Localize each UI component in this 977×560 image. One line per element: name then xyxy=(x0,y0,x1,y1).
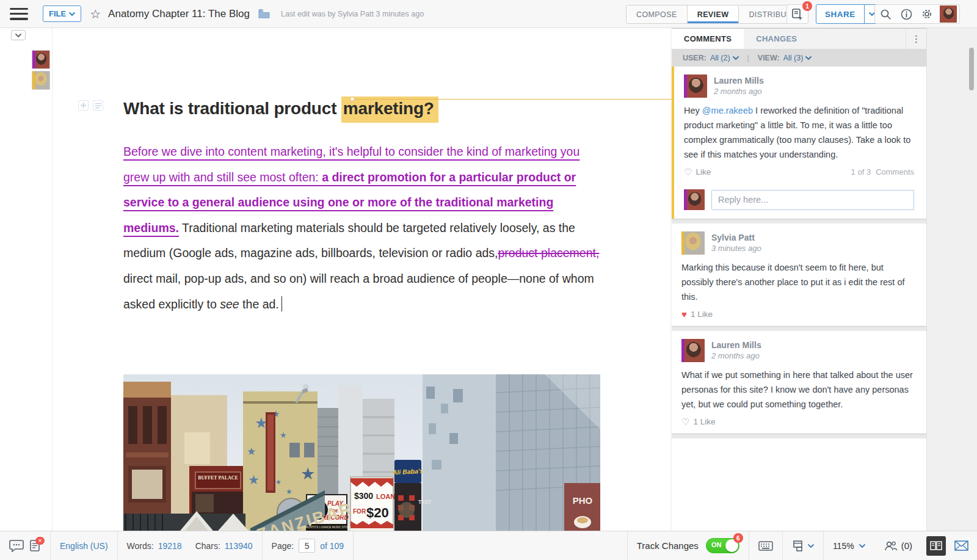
user-avatar[interactable] xyxy=(940,5,957,23)
page-total: of 109 xyxy=(320,541,344,551)
spellcheck-button[interactable]: ✕ xyxy=(30,539,41,552)
svg-text:★: ★ xyxy=(280,431,287,440)
file-menu-button[interactable]: FILE xyxy=(43,5,81,22)
view-filter-dropdown[interactable]: All (3) xyxy=(783,54,812,62)
sidebar-collapse-button[interactable] xyxy=(11,30,26,40)
file-menu-label: FILE xyxy=(49,9,66,18)
chat-button[interactable] xyxy=(9,540,24,552)
user-filter-label: USER: xyxy=(683,54,706,62)
tab-review[interactable]: REVIEW xyxy=(688,5,739,23)
zoom-level[interactable]: 115% xyxy=(833,541,854,551)
sign-pho: PHO xyxy=(573,495,593,506)
avatar-current-user xyxy=(684,189,705,210)
chevron-down-icon xyxy=(69,12,75,16)
chevron-down-icon[interactable] xyxy=(808,544,814,548)
document-page[interactable]: What is traditional product marketing? B… xyxy=(52,28,672,531)
info-icon xyxy=(901,9,912,20)
inline-image-street-scene[interactable]: BUFFET PALACE ★ ★ ★ ★ ★ ★ ★ ★ ★ ★ xyxy=(123,374,600,531)
collaborator-thumb-lauren[interactable] xyxy=(32,50,50,69)
collaborators-button[interactable] xyxy=(884,540,898,551)
body-text: the ad. xyxy=(239,297,279,311)
feedback-button[interactable] xyxy=(954,540,968,551)
collaborators-segment: (0) xyxy=(874,531,921,560)
people-icon xyxy=(884,540,898,551)
track-changes-toggle[interactable]: ON 6 xyxy=(706,538,739,553)
feedback-segment xyxy=(951,531,977,560)
comment-card-2[interactable]: Sylvia Patt 3 minutes ago Marking this b… xyxy=(672,224,926,326)
comment-timestamp: 2 months ago xyxy=(711,351,761,360)
comment-list: Lauren Mills 2 months ago Hey @me.rakeeb… xyxy=(672,67,926,531)
keyboard-segment xyxy=(749,531,782,560)
hamburger-menu-icon[interactable] xyxy=(10,8,28,20)
comment-author: Sylvia Patt xyxy=(711,231,761,242)
comment-body: What if we put something in here that ta… xyxy=(681,368,914,412)
sign-20: $20 xyxy=(366,505,389,520)
reply-row xyxy=(674,183,926,219)
comment-anchor-dot xyxy=(350,96,355,101)
tab-compose[interactable]: COMPOSE xyxy=(627,5,688,23)
scrollbar-thumb[interactable] xyxy=(969,48,974,90)
street-scene-graphic: BUFFET PALACE ★ ★ ★ ★ ★ ★ ★ ★ ★ ★ xyxy=(123,374,600,531)
heading-highlighted-text[interactable]: marketing? xyxy=(341,96,438,123)
heart-outline-icon: ♡ xyxy=(681,417,689,426)
language-segment: English (US) xyxy=(51,531,118,560)
avatar-lauren-mills xyxy=(684,75,707,98)
chevron-down-icon[interactable] xyxy=(859,544,865,548)
keyboard-shortcuts-button[interactable] xyxy=(758,541,773,551)
settings-button[interactable] xyxy=(919,6,935,22)
svg-text:★: ★ xyxy=(247,446,256,457)
add-element-button[interactable] xyxy=(78,100,89,111)
language-selector[interactable]: English (US) xyxy=(60,541,108,551)
page-layout-button[interactable] xyxy=(792,540,804,552)
topbar: FILE ☆ Anatomy Chapter 11: The Blog Last… xyxy=(0,0,977,28)
paragraph-options-button[interactable] xyxy=(93,100,103,111)
utility-icons xyxy=(874,4,960,24)
comment-text: Hey xyxy=(684,106,702,115)
favorite-star-icon[interactable]: ☆ xyxy=(90,8,101,20)
tab-changes[interactable]: CHANGES xyxy=(744,29,809,49)
comment-body: Marking this because it doesn't seem to … xyxy=(681,260,914,304)
spellcheck-error-badge: ✕ xyxy=(35,537,45,545)
collaborator-thumb-sylvia[interactable] xyxy=(32,71,50,90)
comment-anchor-connector xyxy=(352,99,672,100)
comment-timestamp: 3 minutes ago xyxy=(711,244,761,253)
svg-text:★: ★ xyxy=(300,465,315,483)
share-button-group: SHARE xyxy=(816,4,881,24)
review-notifications-button[interactable]: 1 xyxy=(786,4,808,24)
search-icon xyxy=(880,9,892,20)
search-button[interactable] xyxy=(877,6,893,22)
info-button[interactable] xyxy=(898,6,914,22)
document-title: Anatomy Chapter 11: The Blog xyxy=(108,8,250,20)
like-button[interactable]: ♡ 1 Like xyxy=(681,417,715,426)
zoom-segment: 115% xyxy=(823,531,874,560)
panel-gutter xyxy=(926,28,977,531)
sign-loan: LOAN xyxy=(376,493,395,500)
comment-card-1[interactable]: Lauren Mills 2 months ago Hey @me.rakeeb… xyxy=(674,67,926,183)
track-changes-label: Track Changes xyxy=(637,540,699,551)
user-filter-dropdown[interactable]: All (2) xyxy=(710,54,739,62)
document-heading: What is traditional product marketing? xyxy=(123,99,624,118)
share-button[interactable]: SHARE xyxy=(816,5,864,23)
like-button[interactable]: ♥ 1 Like xyxy=(681,310,713,319)
chevron-down-icon xyxy=(805,56,812,60)
like-button[interactable]: ♡ Like xyxy=(684,167,711,176)
folder-icon[interactable] xyxy=(258,9,270,18)
track-changes-badge: 6 xyxy=(733,533,743,543)
comment-card-3[interactable]: Lauren Mills 2 months ago What if we put… xyxy=(672,331,926,434)
reader-view-button[interactable] xyxy=(926,536,946,556)
words-label: Words: xyxy=(127,541,154,551)
statusbar: ✕ English (US) Words: 19218 Chars: 11394… xyxy=(0,531,977,560)
words-count[interactable]: 19218 xyxy=(158,541,182,551)
panel-options-kebab-icon[interactable]: ⋮ xyxy=(906,29,926,49)
svg-text:★: ★ xyxy=(248,473,260,487)
comment-thread-selected[interactable]: Lauren Mills 2 months ago Hey @me.rakeeb… xyxy=(672,67,926,219)
avatar-sylvia-patt xyxy=(681,231,705,255)
text-cursor xyxy=(281,296,283,311)
comment-author: Lauren Mills xyxy=(714,75,764,85)
mention-link[interactable]: @me.rakeeb xyxy=(702,106,753,115)
main-area: What is traditional product marketing? B… xyxy=(0,28,977,531)
reply-input[interactable] xyxy=(711,190,914,210)
page-number-input[interactable] xyxy=(299,539,315,553)
tab-comments[interactable]: COMMENTS xyxy=(672,29,744,49)
chars-count[interactable]: 113940 xyxy=(225,541,253,551)
